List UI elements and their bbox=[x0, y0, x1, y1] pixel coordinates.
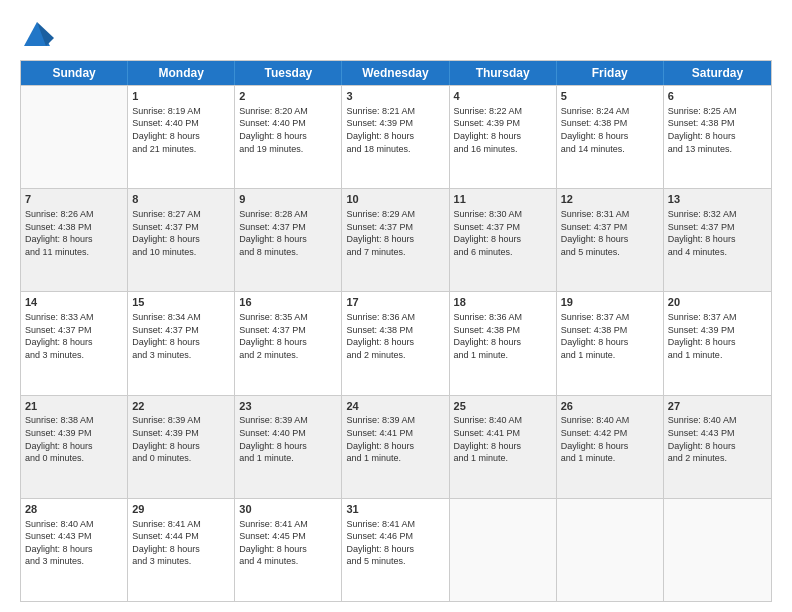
calendar-cell: 29Sunrise: 8:41 AMSunset: 4:44 PMDayligh… bbox=[128, 499, 235, 601]
cell-line: Sunset: 4:37 PM bbox=[239, 221, 337, 234]
calendar-row-2: 14Sunrise: 8:33 AMSunset: 4:37 PMDayligh… bbox=[21, 291, 771, 394]
day-number: 15 bbox=[132, 295, 230, 310]
cell-line: Daylight: 8 hours bbox=[132, 543, 230, 556]
cell-line: and 1 minute. bbox=[561, 452, 659, 465]
cell-line: Daylight: 8 hours bbox=[346, 440, 444, 453]
calendar-cell: 5Sunrise: 8:24 AMSunset: 4:38 PMDaylight… bbox=[557, 86, 664, 188]
cell-line: Sunset: 4:37 PM bbox=[239, 324, 337, 337]
calendar-cell bbox=[21, 86, 128, 188]
day-number: 20 bbox=[668, 295, 767, 310]
cell-line: and 5 minutes. bbox=[346, 555, 444, 568]
calendar-cell bbox=[664, 499, 771, 601]
day-number: 11 bbox=[454, 192, 552, 207]
cell-line: and 5 minutes. bbox=[561, 246, 659, 259]
cell-line: Sunrise: 8:25 AM bbox=[668, 105, 767, 118]
cell-line: Sunset: 4:37 PM bbox=[132, 221, 230, 234]
cell-line: Daylight: 8 hours bbox=[561, 440, 659, 453]
day-number: 28 bbox=[25, 502, 123, 517]
calendar-body: 1Sunrise: 8:19 AMSunset: 4:40 PMDaylight… bbox=[21, 85, 771, 601]
cell-line: Daylight: 8 hours bbox=[25, 336, 123, 349]
cell-line: Sunset: 4:39 PM bbox=[25, 427, 123, 440]
cell-line: and 7 minutes. bbox=[346, 246, 444, 259]
cell-line: Daylight: 8 hours bbox=[668, 440, 767, 453]
cell-line: Sunset: 4:37 PM bbox=[132, 324, 230, 337]
cell-line: and 4 minutes. bbox=[668, 246, 767, 259]
day-number: 27 bbox=[668, 399, 767, 414]
cell-line: Sunrise: 8:41 AM bbox=[346, 518, 444, 531]
calendar-cell bbox=[450, 499, 557, 601]
cell-line: Sunset: 4:45 PM bbox=[239, 530, 337, 543]
cell-line: Daylight: 8 hours bbox=[239, 336, 337, 349]
cell-line: and 1 minute. bbox=[561, 349, 659, 362]
page: SundayMondayTuesdayWednesdayThursdayFrid… bbox=[0, 0, 792, 612]
day-header-wednesday: Wednesday bbox=[342, 61, 449, 85]
day-header-tuesday: Tuesday bbox=[235, 61, 342, 85]
cell-line: and 3 minutes. bbox=[25, 349, 123, 362]
calendar-cell: 30Sunrise: 8:41 AMSunset: 4:45 PMDayligh… bbox=[235, 499, 342, 601]
cell-line: and 0 minutes. bbox=[25, 452, 123, 465]
calendar-cell: 24Sunrise: 8:39 AMSunset: 4:41 PMDayligh… bbox=[342, 396, 449, 498]
cell-line: and 2 minutes. bbox=[346, 349, 444, 362]
cell-line: Sunset: 4:40 PM bbox=[239, 117, 337, 130]
cell-line: and 1 minute. bbox=[454, 349, 552, 362]
calendar-row-1: 7Sunrise: 8:26 AMSunset: 4:38 PMDaylight… bbox=[21, 188, 771, 291]
cell-line: and 3 minutes. bbox=[132, 349, 230, 362]
cell-line: and 3 minutes. bbox=[25, 555, 123, 568]
day-number: 22 bbox=[132, 399, 230, 414]
day-number: 14 bbox=[25, 295, 123, 310]
day-number: 6 bbox=[668, 89, 767, 104]
cell-line: and 18 minutes. bbox=[346, 143, 444, 156]
day-number: 3 bbox=[346, 89, 444, 104]
day-number: 7 bbox=[25, 192, 123, 207]
cell-line: Daylight: 8 hours bbox=[561, 130, 659, 143]
cell-line: Sunset: 4:38 PM bbox=[346, 324, 444, 337]
day-number: 5 bbox=[561, 89, 659, 104]
cell-line: and 1 minute. bbox=[668, 349, 767, 362]
cell-line: Daylight: 8 hours bbox=[346, 336, 444, 349]
calendar-cell: 10Sunrise: 8:29 AMSunset: 4:37 PMDayligh… bbox=[342, 189, 449, 291]
day-number: 31 bbox=[346, 502, 444, 517]
cell-line: Daylight: 8 hours bbox=[561, 336, 659, 349]
cell-line: Sunrise: 8:22 AM bbox=[454, 105, 552, 118]
header bbox=[20, 18, 772, 52]
cell-line: Sunrise: 8:38 AM bbox=[25, 414, 123, 427]
cell-line: Sunset: 4:39 PM bbox=[132, 427, 230, 440]
cell-line: Sunrise: 8:34 AM bbox=[132, 311, 230, 324]
cell-line: Sunset: 4:37 PM bbox=[454, 221, 552, 234]
cell-line: Sunset: 4:43 PM bbox=[668, 427, 767, 440]
day-number: 17 bbox=[346, 295, 444, 310]
calendar-cell: 3Sunrise: 8:21 AMSunset: 4:39 PMDaylight… bbox=[342, 86, 449, 188]
day-number: 10 bbox=[346, 192, 444, 207]
cell-line: Sunrise: 8:20 AM bbox=[239, 105, 337, 118]
day-header-sunday: Sunday bbox=[21, 61, 128, 85]
cell-line: Sunset: 4:37 PM bbox=[346, 221, 444, 234]
cell-line: Sunrise: 8:41 AM bbox=[132, 518, 230, 531]
cell-line: Sunset: 4:39 PM bbox=[346, 117, 444, 130]
cell-line: and 11 minutes. bbox=[25, 246, 123, 259]
calendar-cell: 23Sunrise: 8:39 AMSunset: 4:40 PMDayligh… bbox=[235, 396, 342, 498]
cell-line: Sunset: 4:37 PM bbox=[561, 221, 659, 234]
calendar-cell: 15Sunrise: 8:34 AMSunset: 4:37 PMDayligh… bbox=[128, 292, 235, 394]
cell-line: Sunrise: 8:40 AM bbox=[668, 414, 767, 427]
cell-line: Sunrise: 8:27 AM bbox=[132, 208, 230, 221]
day-number: 24 bbox=[346, 399, 444, 414]
day-number: 13 bbox=[668, 192, 767, 207]
cell-line: and 1 minute. bbox=[346, 452, 444, 465]
cell-line: Sunset: 4:41 PM bbox=[454, 427, 552, 440]
cell-line: and 2 minutes. bbox=[668, 452, 767, 465]
cell-line: Daylight: 8 hours bbox=[132, 440, 230, 453]
day-number: 12 bbox=[561, 192, 659, 207]
cell-line: Sunrise: 8:33 AM bbox=[25, 311, 123, 324]
logo bbox=[20, 18, 59, 52]
cell-line: Sunrise: 8:26 AM bbox=[25, 208, 123, 221]
calendar-header: SundayMondayTuesdayWednesdayThursdayFrid… bbox=[21, 61, 771, 85]
day-number: 1 bbox=[132, 89, 230, 104]
cell-line: and 1 minute. bbox=[454, 452, 552, 465]
cell-line: Sunrise: 8:37 AM bbox=[668, 311, 767, 324]
cell-line: Sunrise: 8:36 AM bbox=[454, 311, 552, 324]
cell-line: and 4 minutes. bbox=[239, 555, 337, 568]
calendar-row-3: 21Sunrise: 8:38 AMSunset: 4:39 PMDayligh… bbox=[21, 395, 771, 498]
cell-line: Daylight: 8 hours bbox=[25, 440, 123, 453]
cell-line: Daylight: 8 hours bbox=[346, 130, 444, 143]
calendar-cell: 11Sunrise: 8:30 AMSunset: 4:37 PMDayligh… bbox=[450, 189, 557, 291]
